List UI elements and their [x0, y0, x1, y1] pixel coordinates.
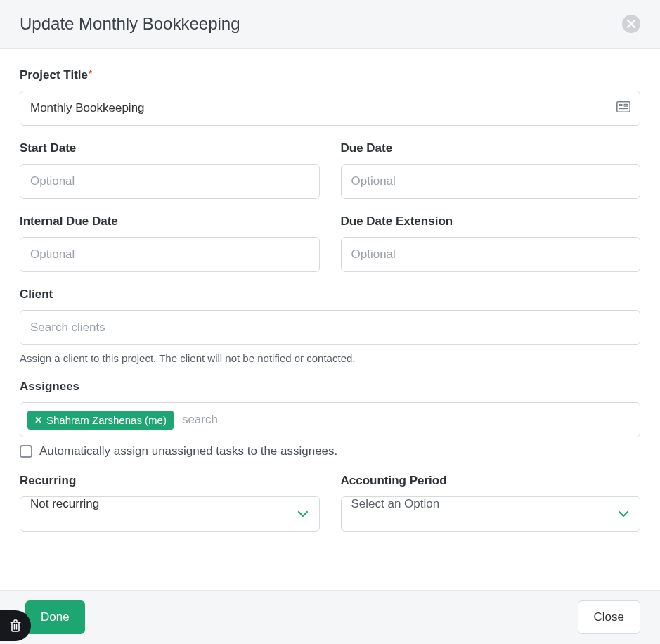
modal-header: Update Monthly Bookkeeping	[0, 0, 660, 49]
modal-body: Project Title* Start Date Due Date Inter…	[0, 49, 660, 551]
assignees-input[interactable]: ✕ Shahram Zarshenas (me)	[20, 402, 640, 437]
svg-rect-0	[617, 102, 630, 112]
due-date-label: Due Date	[341, 141, 641, 155]
modal-title: Update Monthly Bookkeeping	[20, 14, 240, 34]
svg-rect-1	[619, 104, 623, 106]
due-date-extension-input[interactable]	[341, 237, 641, 272]
recurring-label: Recurring	[20, 474, 320, 488]
trash-button[interactable]	[0, 610, 31, 641]
assignee-search-input[interactable]	[179, 408, 633, 431]
internal-due-date-input[interactable]	[20, 237, 320, 272]
close-button[interactable]: Close	[578, 600, 640, 634]
required-indicator: *	[89, 68, 92, 79]
assignee-tag-label: Shahram Zarshenas (me)	[46, 414, 167, 426]
start-date-input[interactable]	[20, 164, 320, 199]
project-title-label: Project Title*	[20, 68, 640, 82]
modal-footer: Done Close	[0, 590, 660, 644]
start-date-label: Start Date	[20, 141, 320, 155]
recurring-select[interactable]: Not recurring	[20, 496, 320, 532]
auto-assign-checkbox[interactable]	[20, 445, 32, 458]
due-date-extension-label: Due Date Extension	[341, 214, 641, 228]
client-help-text: Assign a client to this project. The cli…	[20, 352, 640, 364]
project-title-input[interactable]	[20, 91, 640, 126]
close-icon[interactable]	[622, 15, 640, 33]
client-search-input[interactable]	[20, 310, 640, 345]
client-label: Client	[20, 288, 640, 302]
assignee-tag: ✕ Shahram Zarshenas (me)	[27, 411, 174, 430]
accounting-period-label: Accounting Period	[341, 474, 641, 488]
internal-due-date-label: Internal Due Date	[20, 214, 320, 228]
card-icon[interactable]	[616, 101, 630, 115]
assignees-label: Assignees	[20, 380, 640, 394]
auto-assign-label: Automatically assign unassigned tasks to…	[39, 444, 337, 458]
done-button[interactable]: Done	[25, 600, 85, 634]
accounting-period-select[interactable]: Select an Option	[341, 496, 641, 532]
trash-icon	[9, 619, 22, 633]
remove-assignee-icon[interactable]: ✕	[34, 415, 42, 425]
due-date-input[interactable]	[341, 164, 641, 199]
